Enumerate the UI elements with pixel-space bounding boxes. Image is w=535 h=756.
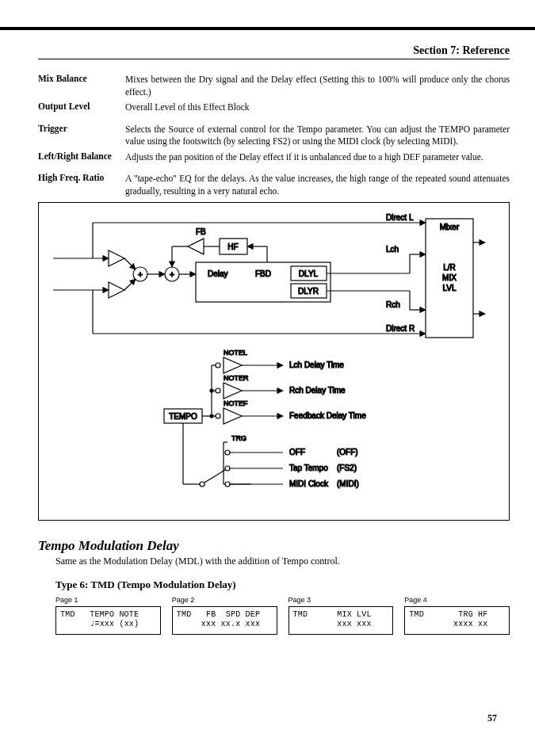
svg-text:(OFF): (OFF) — [337, 448, 358, 456]
page-label: Page 1 — [55, 596, 161, 604]
svg-point-71 — [210, 414, 213, 418]
svg-text:Lch: Lch — [386, 245, 399, 254]
svg-point-57 — [216, 388, 220, 393]
lcd-display: TMD MIX LVL xxx xxx — [289, 606, 394, 635]
signal-flow-diagram: + + Delay FBD DLYL DLYR HF FB — [38, 202, 510, 521]
svg-text:NOTEL: NOTEL — [224, 349, 247, 357]
svg-marker-3 — [109, 282, 124, 298]
svg-point-79 — [225, 450, 230, 455]
svg-text:Delay: Delay — [208, 269, 228, 278]
svg-text:FB: FB — [196, 227, 206, 236]
lcd-display: TMD TRG HF xxxx xx — [404, 606, 510, 635]
svg-text:Feedback Delay Time: Feedback Delay Time — [289, 411, 366, 420]
parameter-table: Mix BalanceMixes between the Dry signal … — [38, 74, 510, 197]
svg-point-70 — [210, 389, 213, 392]
diagram-svg: + + Delay FBD DLYL DLYR HF FB — [45, 211, 489, 512]
svg-text:OFF: OFF — [289, 448, 305, 456]
type-heading: Type 6: TMD (Tempo Modulation Delay) — [55, 578, 510, 591]
svg-text:FBD: FBD — [255, 269, 271, 278]
svg-point-87 — [225, 482, 230, 487]
section-body: Same as the Modulation Delay (MDL) with … — [55, 556, 510, 567]
svg-text:Mixer: Mixer — [440, 223, 460, 231]
svg-text:Rch: Rch — [386, 300, 400, 309]
svg-line-6 — [124, 258, 136, 269]
svg-text:TEMPO: TEMPO — [169, 412, 197, 421]
section-title: Tempo Modulation Delay — [38, 538, 510, 554]
page-label: Page 4 — [404, 596, 510, 604]
svg-point-52 — [216, 363, 220, 368]
svg-text:TRG: TRG — [231, 434, 246, 442]
svg-line-7 — [124, 279, 136, 290]
svg-text:Rch Delay Time: Rch Delay Time — [289, 386, 346, 395]
param-desc: A "tape-echo" EQ for the delays. As the … — [125, 173, 510, 197]
param-desc: Adjusts the pan position of the Delay ef… — [125, 151, 510, 164]
svg-text:LVL: LVL — [442, 284, 456, 292]
svg-text:(MIDI): (MIDI) — [337, 479, 359, 488]
svg-text:Direct L: Direct L — [386, 213, 414, 222]
param-label: High Freq. Ratio — [38, 173, 125, 197]
svg-text:MIX: MIX — [442, 273, 457, 282]
param-label: Trigger — [38, 124, 125, 148]
param-label: Mix Balance — [38, 74, 125, 98]
svg-text:HF: HF — [227, 242, 238, 251]
page-label: Page 3 — [289, 596, 394, 604]
svg-point-83 — [225, 466, 230, 471]
svg-text:Tap Tempo: Tap Tempo — [289, 464, 328, 472]
svg-point-78 — [200, 482, 204, 487]
svg-text:NOTEF: NOTEF — [224, 399, 248, 407]
svg-marker-23 — [188, 239, 204, 254]
svg-text:DLYL: DLYL — [299, 269, 319, 278]
svg-text:L/R: L/R — [443, 263, 456, 272]
svg-text:Lch Delay Time: Lch Delay Time — [289, 361, 344, 369]
param-label: Output Level — [38, 101, 125, 114]
svg-text:NOTER: NOTER — [224, 374, 249, 382]
page-number: 57 — [487, 712, 497, 724]
param-desc: Overall Level of this Effect Block — [125, 101, 510, 114]
page-label: Page 2 — [172, 596, 277, 604]
section-header: Section 7: Reference — [38, 0, 510, 59]
svg-marker-61 — [224, 408, 242, 424]
lcd-display: TMD TEMPO NOTE ♩=xxx (xx) — [55, 606, 161, 635]
svg-point-62 — [216, 414, 220, 418]
param-desc: Mixes between the Dry signal and the Del… — [125, 74, 510, 98]
svg-marker-1 — [109, 250, 124, 266]
param-desc: Selects the Source of external control f… — [125, 124, 510, 148]
svg-text:(FS2): (FS2) — [337, 464, 357, 472]
svg-marker-51 — [224, 357, 242, 373]
svg-line-91 — [204, 470, 225, 483]
svg-marker-56 — [224, 383, 242, 399]
param-label: Left/Right Balance — [38, 151, 125, 164]
svg-text:DLYR: DLYR — [298, 287, 319, 296]
lcd-pages: Page 1 TMD TEMPO NOTE ♩=xxx (xx) Page 2 … — [55, 596, 510, 635]
svg-text:+: + — [170, 269, 174, 279]
svg-text:Direct R: Direct R — [386, 324, 415, 333]
svg-text:MIDI Clock: MIDI Clock — [289, 479, 329, 488]
lcd-display: TMD FB SPD DEP xxx xx.x xxx — [172, 606, 277, 635]
svg-text:+: + — [138, 269, 143, 279]
